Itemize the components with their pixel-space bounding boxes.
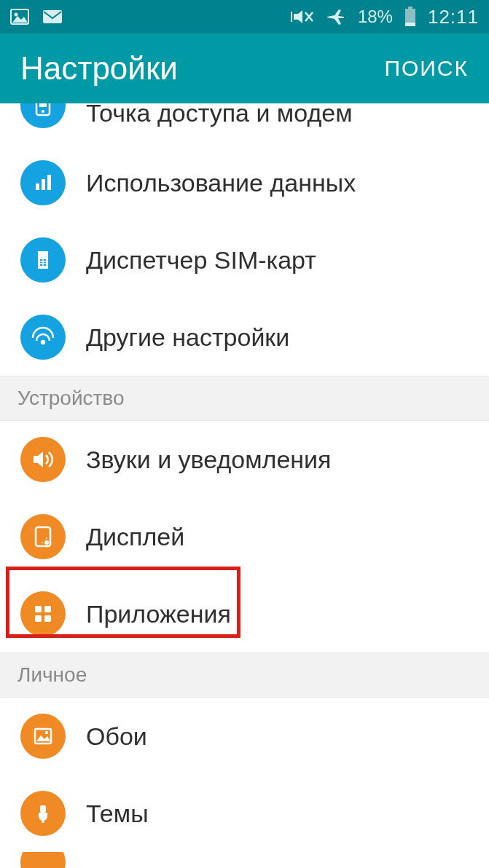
wireless-more-icon [20, 315, 66, 360]
svg-point-21 [44, 540, 49, 545]
settings-item-label: Использование данных [86, 169, 356, 197]
settings-item-hotspot[interactable]: Точка доступа и модем [0, 103, 489, 144]
settings-list[interactable]: Точка доступа и модем Использование данн… [0, 103, 489, 868]
settings-item-label: Обои [86, 722, 147, 751]
settings-item-label: Другие настройки [86, 323, 289, 352]
settings-item-themes[interactable]: Темы [0, 775, 489, 852]
settings-item-sim-manager[interactable]: Диспетчер SIM-карт [0, 221, 489, 299]
display-icon [20, 514, 66, 559]
svg-rect-14 [47, 175, 51, 190]
svg-rect-33 [42, 818, 44, 823]
apps-icon [20, 591, 66, 636]
settings-item-sounds[interactable]: Звуки и уведомления [0, 421, 489, 498]
partial-icon [20, 852, 66, 868]
sound-icon [20, 437, 66, 482]
svg-rect-32 [40, 805, 46, 813]
settings-item-label: Диспетчер SIM-карт [86, 246, 316, 275]
settings-item-partial[interactable] [0, 852, 489, 868]
settings-item-label: Точка доступа и модем [86, 103, 353, 127]
svg-rect-13 [42, 179, 45, 190]
app-bar: Настройки ПОИСК [0, 33, 489, 103]
data-usage-icon [20, 160, 66, 205]
svg-rect-27 [44, 606, 51, 612]
picture-icon [10, 9, 29, 25]
svg-rect-6 [408, 7, 412, 9]
search-button[interactable]: ПОИСК [384, 56, 469, 81]
themes-icon [20, 791, 66, 836]
settings-item-label: Приложения [86, 600, 231, 628]
svg-rect-28 [35, 615, 42, 622]
settings-item-data-usage[interactable]: Использование данных [0, 144, 489, 221]
settings-item-label: Дисплей [86, 523, 184, 551]
svg-rect-29 [44, 615, 51, 622]
settings-item-label: Звуки и уведомления [86, 446, 332, 474]
svg-point-19 [41, 340, 45, 344]
status-clock: 12:11 [428, 6, 479, 28]
section-header-device: Устройство [0, 376, 489, 421]
svg-point-31 [45, 731, 48, 734]
settings-item-applications[interactable]: Приложения [0, 575, 489, 652]
settings-item-wallpaper[interactable]: Обои [0, 698, 489, 775]
hotspot-icon [20, 103, 66, 128]
svg-rect-12 [36, 184, 39, 190]
svg-rect-10 [39, 103, 47, 107]
sim-card-icon [20, 237, 66, 283]
svg-point-11 [42, 110, 44, 113]
svg-point-1 [15, 13, 18, 17]
status-bar: 18% 12:11 [0, 0, 489, 33]
svg-rect-2 [43, 10, 62, 23]
settings-item-label: Темы [86, 800, 149, 828]
settings-item-display[interactable]: Дисплей [0, 498, 489, 575]
airplane-icon [326, 7, 346, 26]
svg-rect-26 [35, 606, 42, 612]
settings-item-more-network[interactable]: Другие настройки [0, 299, 489, 376]
mail-icon [42, 9, 63, 24]
battery-icon [404, 7, 416, 27]
section-header-personal: Личное [0, 652, 489, 698]
svg-rect-8 [405, 23, 415, 26]
page-title: Настройки [20, 50, 178, 87]
vibrate-mute-icon [291, 7, 314, 26]
wallpaper-icon [20, 714, 66, 759]
battery-percent: 18% [358, 7, 393, 27]
